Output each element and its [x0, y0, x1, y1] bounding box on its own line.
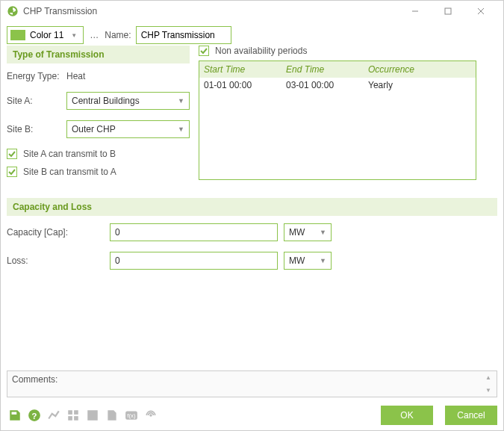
loss-unit: MW: [289, 255, 305, 266]
capacity-unit-select[interactable]: MW▼: [284, 223, 332, 241]
capacity-header: Capacity and Loss: [7, 198, 497, 216]
window-title: CHP Transmission: [23, 6, 399, 16]
chevron-down-icon: ▼: [178, 125, 184, 133]
chevron-down-icon: ▼: [320, 229, 326, 236]
site-b-select[interactable]: Outer CHP ▼: [66, 120, 190, 138]
name-label: Name:: [105, 30, 131, 40]
site-a-value: Central Buildings: [72, 96, 140, 106]
svg-rect-14: [12, 412, 17, 415]
svg-rect-20: [74, 416, 78, 421]
chevron-down-icon: ▼: [178, 97, 184, 105]
loss-value: 0: [115, 255, 120, 266]
signal-button[interactable]: [143, 407, 159, 424]
maximize-button[interactable]: [432, 1, 464, 22]
svg-rect-19: [68, 416, 72, 421]
color-picker[interactable]: Color 11 ▼: [7, 26, 84, 44]
color-label: Color 11: [30, 30, 63, 40]
capacity-label: Capacity [Cap]:: [7, 227, 104, 238]
minimize-button[interactable]: [399, 1, 432, 22]
title-bar: CHP Transmission: [1, 1, 503, 22]
svg-rect-21: [87, 410, 98, 421]
svg-point-24: [149, 414, 152, 416]
a-to-b-label: Site A can transmit to B: [23, 149, 116, 159]
a-to-b-checkbox[interactable]: [7, 149, 17, 159]
b-to-a-label: Site B can transmit to A: [23, 167, 116, 177]
b-to-a-checkbox[interactable]: [7, 167, 17, 177]
help-button[interactable]: ?: [26, 407, 43, 424]
site-a-label: Site A:: [7, 96, 66, 106]
col-end[interactable]: End Time: [281, 61, 364, 78]
capacity-input[interactable]: 0: [110, 223, 278, 241]
svg-rect-18: [74, 410, 78, 415]
svg-rect-1: [445, 8, 451, 14]
col-occ[interactable]: Occurrence: [364, 61, 476, 78]
capacity-unit: MW: [289, 227, 305, 238]
cell-occ: Yearly: [364, 78, 476, 93]
svg-text:f(x): f(x): [127, 412, 136, 419]
scrollbar[interactable]: ▲▼: [485, 374, 492, 394]
energy-type-label: Energy Type:: [7, 71, 66, 81]
document-button[interactable]: [104, 407, 120, 424]
grid-button[interactable]: [65, 407, 81, 424]
loss-unit-select[interactable]: MW▼: [284, 252, 332, 270]
close-button[interactable]: [464, 1, 497, 22]
color-swatch: [10, 30, 25, 40]
energy-type-value: Heat: [66, 71, 85, 81]
name-input[interactable]: [136, 26, 231, 44]
nonavail-label: Non availability periods: [215, 46, 307, 56]
import-button[interactable]: [7, 407, 23, 424]
line-chart-button[interactable]: [46, 407, 62, 424]
loss-input[interactable]: 0: [110, 252, 278, 270]
site-b-value: Outer CHP: [72, 124, 116, 134]
nonavail-checkbox[interactable]: [199, 46, 209, 56]
svg-text:?: ?: [32, 412, 37, 421]
transmission-header: Type of Transmission: [7, 46, 190, 63]
loss-label: Loss:: [7, 255, 104, 266]
function-button[interactable]: f(x): [123, 407, 140, 424]
app-logo-icon: [7, 5, 19, 17]
cancel-button[interactable]: Cancel: [445, 406, 497, 425]
table-row[interactable]: 01-01 00:00 03-01 00:00 Yearly: [199, 78, 476, 93]
col-start[interactable]: Start Time: [199, 61, 281, 78]
color-more-button[interactable]: …: [88, 30, 100, 40]
nonavail-table: Start Time End Time Occurrence 01-01 00:…: [199, 61, 476, 180]
svg-rect-17: [68, 410, 72, 415]
cell-end: 03-01 00:00: [281, 78, 364, 93]
square-button[interactable]: [84, 407, 101, 424]
ok-button[interactable]: OK: [381, 406, 433, 425]
capacity-value: 0: [115, 227, 120, 238]
site-a-select[interactable]: Central Buildings ▼: [66, 92, 190, 110]
chevron-down-icon: ▼: [320, 257, 326, 264]
cell-start: 01-01 00:00: [199, 78, 281, 93]
chevron-down-icon: ▼: [68, 32, 80, 39]
site-b-label: Site B:: [7, 124, 66, 134]
comments-label: Comments:: [12, 374, 485, 394]
comments-field[interactable]: Comments: ▲▼: [7, 370, 497, 397]
